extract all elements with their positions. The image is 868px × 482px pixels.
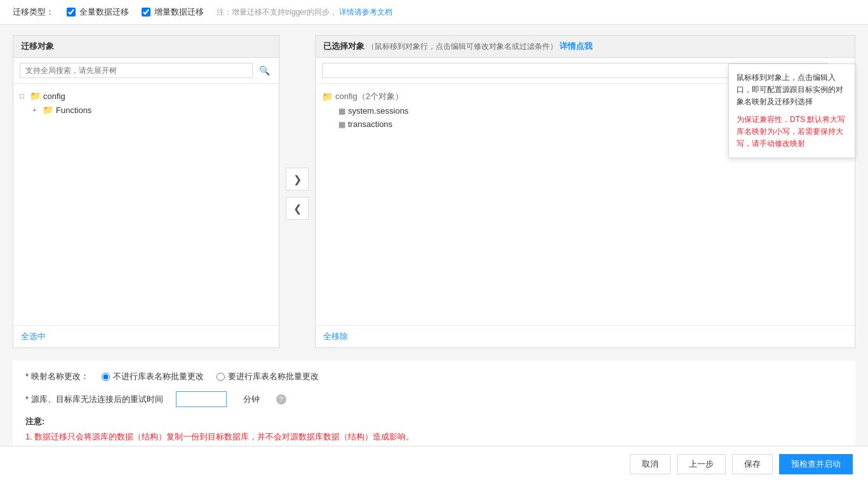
incremental-migration-checkbox[interactable] [142, 8, 150, 17]
left-search-input[interactable] [20, 63, 253, 78]
move-left-button[interactable]: ❮ [286, 197, 309, 220]
sessions-label: system.sessions [348, 106, 408, 116]
folder-icon-functions: 📁 [43, 105, 53, 115]
mapping-label: * 映射名称更改： [25, 371, 89, 382]
left-panel-header: 迁移对象 [13, 36, 279, 58]
inspect-button[interactable]: 预检查并启动 [779, 454, 853, 474]
left-panel-footer[interactable]: 全选中 [13, 325, 279, 347]
retry-input[interactable]: 10 [176, 391, 227, 407]
selected-folder-icon: 📁 [322, 91, 333, 102]
incremental-migration-label: 增量数据迁移 [154, 6, 204, 18]
move-right-button[interactable]: ❯ [286, 168, 309, 191]
radio-batch-input[interactable] [217, 373, 225, 381]
note-doc-link[interactable]: 详情请参考文档 [339, 8, 392, 17]
full-migration-label: 全量数据迁移 [79, 6, 129, 18]
migration-type-label: 迁移类型： [13, 6, 54, 18]
right-panel-wrapper: 已选择对象 （鼠标移到对象行，点击编辑可修改对象名或过滤条件） 详情点我 🔍 📁… [315, 35, 855, 348]
help-icon[interactable]: ? [276, 394, 286, 405]
cancel-button[interactable]: 取消 [630, 454, 671, 474]
action-bar: 取消 上一步 保存 预检查并启动 [0, 446, 868, 479]
right-panel-header-link[interactable]: 详情点我 [559, 41, 592, 51]
toggle-config[interactable]: □ [20, 92, 30, 100]
toggle-functions[interactable]: + [32, 106, 43, 114]
table-icon-sessions: ▦ [338, 107, 345, 116]
tree-item-functions[interactable]: + 📁 Functions [32, 103, 272, 117]
prev-button[interactable]: 上一步 [677, 454, 726, 474]
left-search-button[interactable]: 🔍 [257, 64, 272, 77]
left-panel-search[interactable]: 🔍 [13, 58, 279, 84]
retry-label: * 源库、目标库无法连接后的重试时间 [25, 394, 163, 405]
panels-row: 迁移对象 🔍 □ 📁 config + 📁 Function [13, 35, 855, 348]
mapping-row: * 映射名称更改： 不进行库表名称批量更改 要进行库表名称批量更改 [25, 371, 843, 382]
config-label: config [43, 91, 65, 101]
selected-folder-label: config（2个对象） [335, 91, 403, 102]
tooltip-box: 鼠标移到对象上，点击编辑入口，即可配置源跟目标实例的对象名映射及迁移列选择 为保… [728, 64, 855, 158]
right-panel-header: 已选择对象 （鼠标移到对象行，点击编辑可修改对象名或过滤条件） 详情点我 [316, 36, 855, 58]
notes-title: 注意: [25, 416, 843, 427]
left-panel: 迁移对象 🔍 □ 📁 config + 📁 Function [13, 35, 279, 348]
tree-item-config[interactable]: □ 📁 config [20, 89, 272, 103]
left-tree-area: □ 📁 config + 📁 Functions [13, 84, 279, 325]
retry-row: * 源库、目标库无法连接后的重试时间 10 分钟 ? [25, 391, 843, 407]
radio-no-batch[interactable]: 不进行库表名称批量更改 [102, 371, 204, 382]
full-migration-checkbox[interactable] [67, 8, 76, 17]
mapping-radio-group: 不进行库表名称批量更改 要进行库表名称批量更改 [102, 371, 319, 382]
save-button[interactable]: 保存 [732, 454, 773, 474]
radio-batch[interactable]: 要进行库表名称批量更改 [217, 371, 319, 382]
right-panel-footer[interactable]: 全移除 [316, 325, 855, 347]
folder-icon-config: 📁 [30, 91, 41, 101]
top-bar: 迁移类型： 全量数据迁移 增量数据迁移 注：增量迁移不支持trigger的同步，… [0, 0, 868, 25]
main-content: 迁移对象 🔍 □ 📁 config + 📁 Function [0, 25, 868, 479]
functions-label: Functions [56, 105, 91, 115]
retry-unit: 分钟 [243, 394, 260, 405]
incremental-migration-option[interactable]: 增量数据迁移 [142, 6, 204, 18]
note-item-1: 1. 数据迁移只会将源库的数据（结构）复制一份到目标数据库，并不会对源数据库数据… [25, 431, 843, 443]
tooltip-red-text: 为保证兼容性，DTS 默认将大写库名映射为小写，若需要保持大写，请手动修改映射 [737, 114, 847, 151]
middle-buttons: ❯ ❮ [279, 60, 315, 327]
radio-no-batch-input[interactable] [102, 373, 110, 381]
full-migration-option[interactable]: 全量数据迁移 [67, 6, 129, 18]
top-note: 注：增量迁移不支持trigger的同步， 详情请参考文档 [217, 7, 392, 18]
transactions-label: transactions [348, 119, 392, 129]
table-icon-transactions: ▦ [338, 120, 345, 129]
config-children: + 📁 Functions [32, 103, 272, 117]
tooltip-normal-text: 鼠标移到对象上，点击编辑入口，即可配置源跟目标实例的对象名映射及迁移列选择 [737, 72, 847, 109]
